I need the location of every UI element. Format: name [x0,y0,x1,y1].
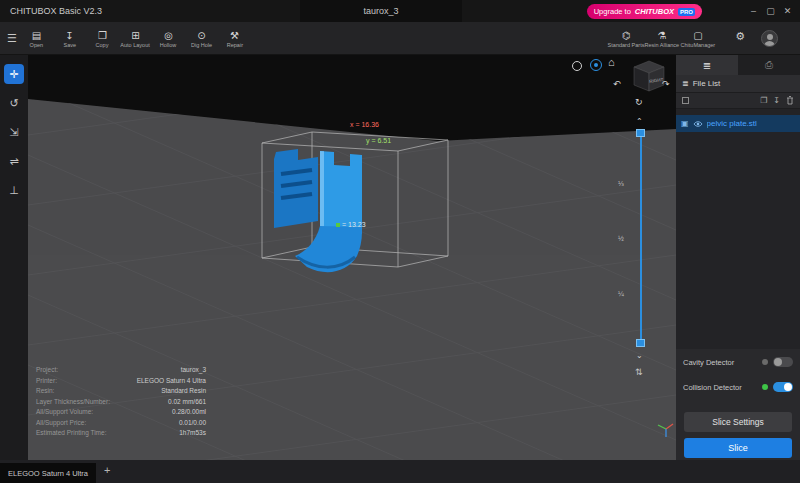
dimension-z-value: = 13.23 [342,221,366,228]
move-tool-button[interactable]: ✛ [4,64,24,84]
toolbar-save-label: Save [63,42,76,48]
standard-parts-icon: ⌬ [622,30,631,41]
toolbar-repair-label: Repair [226,42,242,48]
slice-button[interactable]: Slice [684,438,792,458]
info-label: All/Support Volume: [36,407,93,418]
slice-settings-button[interactable]: Slice Settings [684,412,792,432]
copy-icon: ❐ [98,30,107,41]
reset-view-button[interactable]: ↻ [635,97,643,107]
import-file-icon[interactable]: ❐ [760,96,767,105]
chitubox-window: CHITUBOX Basic V2.3 taurox_3 Upgrade to … [0,0,800,483]
viewport-canvas[interactable]: x = 16.36 y = 6.51 = 13.23 ⌂ RIGHT ↶ ↷ ↻… [28,55,676,460]
open-icon: ▤ [32,30,41,41]
dimension-x-label: x = 16.36 [350,121,379,128]
upgrade-button[interactable]: Upgrade to CHITUBOX PRO [587,4,702,19]
toolbar-dig-hole[interactable]: ⊙ Dig Hole [185,22,218,55]
file-list-item[interactable]: ▣ pelvic plate.stl [676,115,800,132]
info-row-resin: Resin: Standard Resin [36,386,206,397]
toolbar-hollow-label: Hollow [160,42,177,48]
info-value: 0.01/0.00 [179,418,206,429]
upgrade-label: Upgrade to [594,7,631,16]
toolbar-chitumanager[interactable]: ▢ ChituManager [680,22,716,55]
toolbar-right-group: ⌬ Standard Parts ⚗ Resin Alliance ▢ Chit… [608,22,716,55]
toolbar-chitumanager-label: ChituManager [681,42,716,48]
hamburger-icon: ☰ [7,32,17,45]
rotate-tool-button[interactable]: ↺ [4,93,24,113]
toolbar-open-label: Open [30,42,44,48]
clip-slider-up-icon[interactable]: ⌃ [636,117,643,126]
support-icon: ⊥ [9,184,19,197]
info-row-printer: Printer: ELEGOO Saturn 4 Ultra [36,376,206,387]
machine-tab-icon: ⎙ [765,59,773,71]
rotate-view-left-button[interactable]: ↶ [613,79,621,89]
toolbar-open[interactable]: ▤ Open [20,22,53,55]
fit-view-button[interactable]: ⇅ [635,367,643,377]
save-file-icon[interactable]: ↧ [773,96,780,105]
scale-tool-button[interactable]: ⇲ [4,122,24,142]
clip-slider-track[interactable] [640,131,642,343]
render-mode-button[interactable] [572,61,582,71]
toolbar-auto-layout-label: Auto Layout [121,42,150,48]
render-mode-active-button[interactable] [590,59,602,71]
rotate-view-right-button[interactable]: ↷ [662,79,670,89]
info-value: 1h7m53s [179,428,206,439]
toolbar-copy[interactable]: ❐ Copy [86,22,119,55]
minimize-button[interactable]: – [745,6,762,16]
tab-machine[interactable]: ⎙ [738,55,800,75]
select-all-checkbox[interactable] [682,97,689,104]
cavity-detector-row: Cavity Detector [683,354,793,370]
tab-file-list[interactable]: ≣ [676,55,738,75]
right-panel-tabs: ≣ ⎙ [676,55,800,75]
dimension-z-label: = 13.23 [336,221,366,228]
user-avatar[interactable] [761,30,778,47]
avatar-body [764,41,775,47]
chitumanager-icon: ▢ [693,30,702,41]
toolbar-hollow[interactable]: ◎ Hollow [152,22,185,55]
clip-slider-bottom-handle[interactable] [636,339,645,347]
view-cube[interactable]: RIGHT [626,55,672,95]
render-mode-dot [594,63,598,67]
maximize-button[interactable]: ▢ [762,6,779,16]
home-view-button[interactable]: ⌂ [608,56,615,68]
info-value: ELEGOO Saturn 4 Ultra [137,376,206,387]
file-list-title: File List [693,79,721,88]
model-expand-icon[interactable]: ▣ [681,119,689,128]
document-tab[interactable]: taurox_3 [300,0,462,22]
file-list: ▣ pelvic plate.stl [676,109,800,349]
add-printer-button[interactable]: + [104,464,110,476]
close-button[interactable]: ✕ [779,6,796,16]
cavity-detector-toggle[interactable] [773,357,793,367]
clip-slider-top-handle[interactable] [636,129,645,137]
toolbar-auto-layout[interactable]: ⊞ Auto Layout [119,22,152,55]
window-controls: – ▢ ✕ [745,0,796,22]
collision-detector-toggle[interactable] [773,382,793,392]
toolbar-resin-alliance[interactable]: ⚗ Resin Alliance [644,22,680,55]
resin-alliance-icon: ⚗ [658,30,667,41]
titlebar: CHITUBOX Basic V2.3 taurox_3 Upgrade to … [0,0,800,22]
clip-slider-down-icon[interactable]: ⌄ [636,351,643,360]
toolbar: ☰ ▤ Open ↧ Save ❐ Copy ⊞ Auto Layout ◎ H… [0,22,800,55]
delete-file-icon[interactable] [786,96,794,105]
printer-tab[interactable]: ELEGOO Saturn 4 Ultra [0,463,96,483]
settings-gear-icon[interactable]: ⚙ [735,31,745,42]
toolbar-left-group: ▤ Open ↧ Save ❐ Copy ⊞ Auto Layout ◎ Hol… [20,22,251,55]
support-tool-button[interactable]: ⊥ [4,180,24,200]
file-list-actions: ❐ ↧ [676,93,800,109]
toolbar-standard-parts-label: Standard Parts [608,42,645,48]
toolbar-standard-parts[interactable]: ⌬ Standard Parts [608,22,644,55]
pro-badge: PRO [678,8,695,16]
mirror-icon: ⇌ [9,155,18,168]
rotate-icon: ↺ [9,97,18,110]
app-title: CHITUBOX Basic V2.3 [10,0,102,22]
mirror-tool-button[interactable]: ⇌ [4,151,24,171]
slider-tick-quarter: ¼ [618,290,624,297]
info-label: Printer: [36,376,57,387]
info-row-price: All/Support Price: 0.01/0.00 [36,418,206,429]
save-icon: ↧ [65,30,73,41]
toolbar-repair[interactable]: ⚒ Repair [218,22,251,55]
toolbar-save[interactable]: ↧ Save [53,22,86,55]
info-value: Standard Resin [161,386,206,397]
visibility-eye-icon[interactable] [693,120,703,128]
collision-detector-label: Collision Detector [683,383,757,392]
dig-hole-icon: ⊙ [197,30,205,41]
